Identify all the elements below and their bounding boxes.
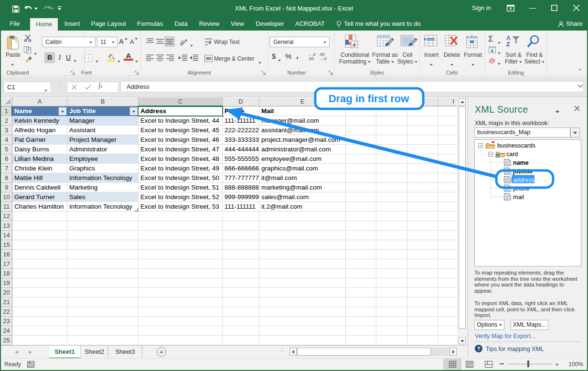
svg-text:businesscards: businesscards [497, 142, 535, 149]
svg-text:phone: phone [513, 185, 530, 192]
svg-text:jobtitle: jobtitle [513, 168, 533, 175]
svg-text:A: A [506, 35, 511, 42]
svg-text:*: * [492, 141, 495, 148]
svg-text:card: card [506, 151, 518, 158]
svg-text:Z: Z [506, 41, 510, 48]
svg-text:address: address [513, 177, 534, 183]
svg-text:name: name [513, 159, 529, 166]
svg-text:mail: mail [513, 194, 524, 201]
